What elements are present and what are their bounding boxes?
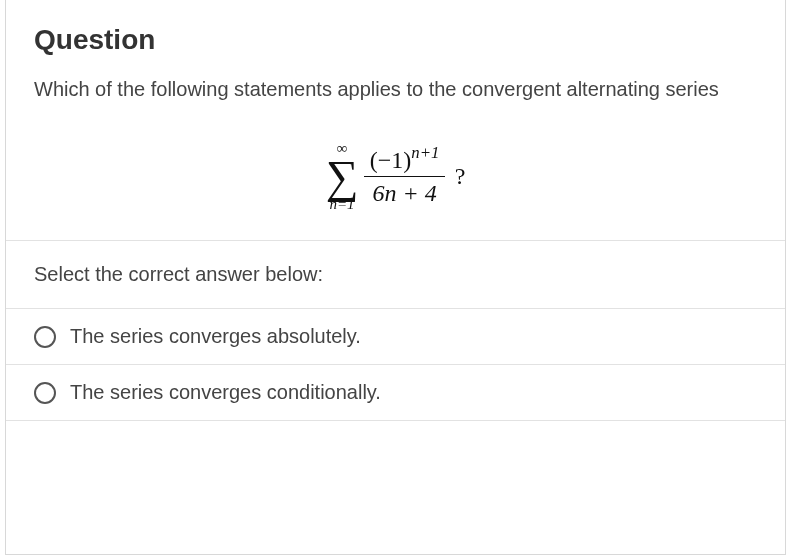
denominator: 6n + 4 <box>364 176 444 206</box>
math-formula: ∞ ∑ n=1 (−1)n+1 6n + 4 ? <box>6 122 785 240</box>
trailing-question-mark: ? <box>455 163 466 190</box>
option-a[interactable]: The series converges absolutely. <box>6 309 785 365</box>
answer-instruction: Select the correct answer below: <box>6 241 785 309</box>
option-b-label: The series converges conditionally. <box>70 381 381 404</box>
sum-lower-bound: n=1 <box>330 197 355 212</box>
summation-symbol: ∞ ∑ n=1 <box>326 141 359 212</box>
radio-icon <box>34 382 56 404</box>
fraction: (−1)n+1 6n + 4 <box>364 147 444 206</box>
question-title: Question <box>34 24 757 56</box>
numerator: (−1)n+1 <box>366 147 444 175</box>
option-a-label: The series converges absolutely. <box>70 325 361 348</box>
numerator-base: (−1) <box>370 147 412 173</box>
option-b[interactable]: The series converges conditionally. <box>6 365 785 421</box>
question-card: Question Which of the following statemen… <box>5 0 786 555</box>
question-prompt: Which of the following statements applie… <box>34 74 757 104</box>
numerator-exponent: n+1 <box>411 143 439 162</box>
question-header: Question Which of the following statemen… <box>6 0 785 122</box>
sigma-icon: ∑ <box>326 156 359 197</box>
radio-icon <box>34 326 56 348</box>
